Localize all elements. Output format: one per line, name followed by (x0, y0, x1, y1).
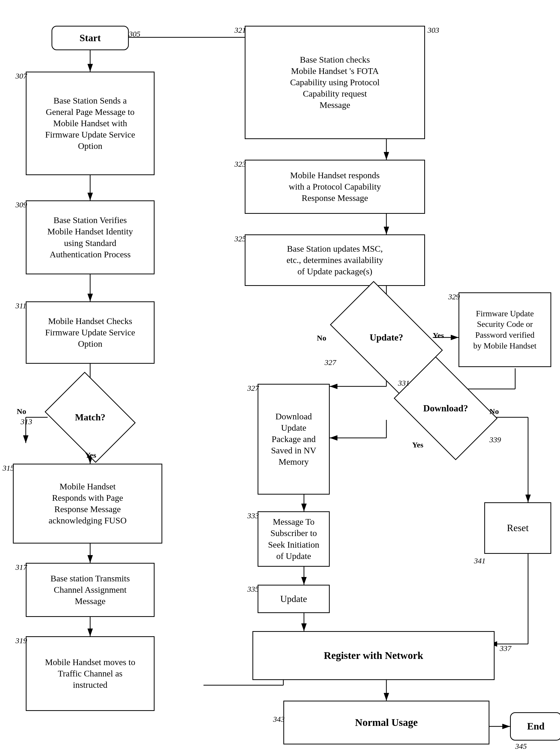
ref-327b: 327 (247, 384, 259, 393)
start-box: Start (52, 26, 129, 50)
ref-305: 305 (129, 29, 140, 38)
ref-339: 339 (489, 435, 501, 444)
ref-317: 317 (16, 563, 27, 572)
box-reset: Reset (484, 502, 551, 554)
update-label: Update? (337, 306, 435, 369)
ref-311: 311 (16, 301, 26, 310)
ref-321: 321 (234, 26, 246, 35)
box-333: Message ToSubscriber toSeek Initiationof… (258, 511, 330, 567)
match-diamond-container: Match? (54, 389, 126, 445)
ref-309: 309 (16, 200, 27, 209)
match-label: Match? (54, 389, 126, 445)
box-319: Mobile Handset moves toTraffic Channel a… (26, 636, 155, 711)
ref-335: 335 (247, 585, 259, 594)
ref-333: 333 (247, 511, 259, 520)
box-315: Mobile HandsetResponds with PageResponse… (13, 464, 162, 543)
ref-327: 327 (324, 358, 336, 367)
ref-303: 303 (427, 26, 439, 35)
ref-341: 341 (474, 556, 485, 565)
download-label: Download? (402, 379, 489, 438)
ref-323: 323 (234, 160, 246, 168)
box-311: Mobile Handset ChecksFirmware Update Ser… (26, 301, 155, 364)
box-307: Base Station Sends aGeneral Page Message… (26, 72, 155, 175)
ref-325: 325 (234, 234, 246, 243)
ref-331: 331 (398, 379, 409, 388)
ref-329: 329 (448, 292, 460, 301)
yes-label-update: Yes (433, 331, 444, 340)
box-register: Register with Network (253, 631, 495, 680)
ref-307: 307 (16, 72, 27, 80)
box-normal-usage: Normal Usage (283, 701, 489, 744)
box-317: Base station TransmitsChannel Assignment… (26, 563, 155, 617)
end-box: End (510, 712, 560, 740)
ref-345: 345 (515, 742, 527, 751)
ref-337: 337 (500, 644, 511, 653)
ref-313: 313 (21, 417, 32, 426)
box-download-package: DownloadUpdatePackage andSaved in NVMemo… (258, 384, 330, 495)
download-diamond-container: Download? (402, 379, 489, 438)
ref-315: 315 (3, 464, 14, 472)
box-update-335: Update (258, 585, 330, 613)
no-label-download: No (489, 407, 499, 416)
ref-319: 319 (16, 636, 27, 645)
no-label-update: No (317, 334, 326, 342)
box-325: Base Station updates MSC,etc., determine… (245, 234, 425, 286)
update-diamond-container: Update? (337, 306, 435, 369)
yes-label-download: Yes (412, 440, 423, 449)
no-label-match: No (17, 407, 26, 416)
flowchart-diagram: Start 305 Base Station Sends aGeneral Pa… (0, 0, 560, 755)
ref-343: 343 (273, 715, 285, 723)
yes-label-match: Yes (85, 451, 96, 459)
box-329: Firmware UpdateSecurity Code orPassword … (459, 292, 551, 367)
box-323: Mobile Handset respondswith a Protocol C… (245, 160, 425, 214)
box-309: Base Station VerifiesMobile Handset Iden… (26, 200, 155, 274)
box-303: Base Station checksMobile Handset 's FOT… (245, 26, 425, 139)
